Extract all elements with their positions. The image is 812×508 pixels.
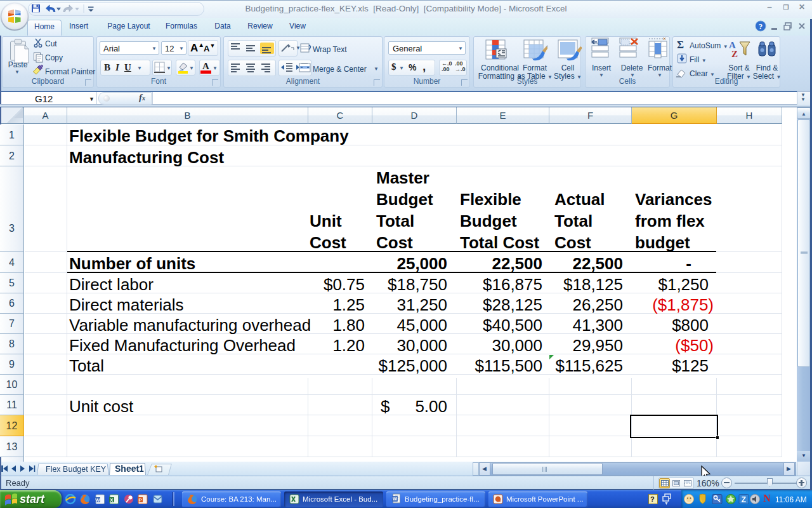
svg-text:Z: Z [742,495,746,504]
svg-text:Z: Z [731,49,738,59]
svg-text:P: P [138,497,142,503]
svg-text:W: W [95,497,100,503]
svg-text:?: ? [759,22,763,31]
svg-text:W: W [393,496,398,502]
svg-text:X: X [110,497,114,503]
